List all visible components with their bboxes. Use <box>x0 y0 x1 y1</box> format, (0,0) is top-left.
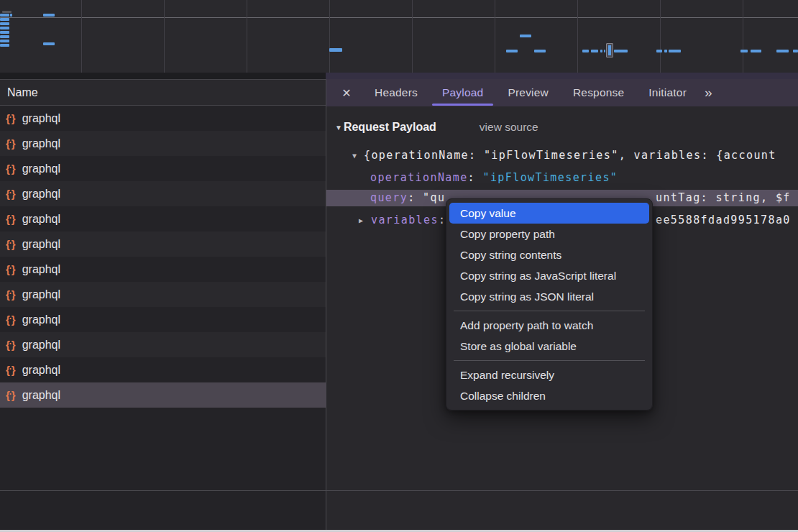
tab-label: Response <box>573 86 624 99</box>
table-row-graphql[interactable]: {·}graphql <box>0 382 326 408</box>
view-source-link[interactable]: view source <box>480 121 538 134</box>
payload-row-operationName[interactable]: operationName: "ipFlowTimeseries" <box>326 170 798 186</box>
requests-list: {·}graphql{·}graphql{·}graphql{·}graphql… <box>0 106 326 408</box>
menu-item-copy-property-path[interactable]: Copy property path <box>449 224 649 244</box>
json-braces-icon: {·} <box>6 238 15 250</box>
menu-item-copy-string-as-javascript-literal[interactable]: Copy string as JavaScript literal <box>449 265 649 286</box>
overview-request-bar <box>582 50 589 52</box>
table-row-graphql[interactable]: {·}graphql <box>0 282 326 307</box>
context-menu: Copy valueCopy property pathCopy string … <box>446 198 653 411</box>
name-column-header[interactable]: Name <box>0 79 326 106</box>
payload-root-row[interactable]: ▼{operationName: "ipFlowTimeseries", var… <box>326 147 798 164</box>
more-tabs-icon[interactable]: » <box>705 79 711 106</box>
menu-item-copy-value[interactable]: Copy value <box>449 203 649 224</box>
expanded-triangle-icon[interactable]: ▼ <box>352 147 364 164</box>
menu-item-add-property-path-to-watch[interactable]: Add property path to watch <box>449 315 649 336</box>
devtools-network-panel: Name {·}graphql{·}graphql{·}graphql{·}gr… <box>0 0 798 532</box>
table-row-graphql[interactable]: {·}graphql <box>0 156 326 181</box>
overview-gray-bar <box>2 11 12 13</box>
json-braces-icon: {·} <box>6 263 15 275</box>
property-value-right-fragment: untTag: string, $f <box>656 190 791 206</box>
property-value: "ipFlowTimeseries" <box>482 171 618 184</box>
request-name-label: graphql <box>22 188 60 201</box>
network-overview-timeline[interactable] <box>0 0 798 73</box>
json-braces-icon: {·} <box>6 137 15 150</box>
json-braces-icon: {·} <box>6 288 15 301</box>
property-key: operationName <box>370 171 468 184</box>
json-braces-icon: {·} <box>6 112 15 124</box>
property-value-right-fragment: ee5588fdad995178a0 <box>656 212 791 229</box>
table-row-graphql[interactable]: {·}graphql <box>0 357 326 382</box>
overview-request-bar <box>0 44 9 47</box>
table-row-graphql[interactable]: {·}graphql <box>0 206 326 231</box>
overview-request-bar <box>656 50 662 52</box>
table-row-graphql[interactable]: {·}graphql <box>0 231 326 257</box>
tab-headers[interactable]: Headers <box>362 79 430 106</box>
json-braces-icon: {·} <box>6 339 15 351</box>
tab-response[interactable]: Response <box>561 79 636 106</box>
close-icon[interactable]: ✕ <box>338 79 355 106</box>
request-name-label: graphql <box>22 162 60 175</box>
name-column-label: Name <box>7 86 38 98</box>
payload-root-preview: {operationName: "ipFlowTimeseries", vari… <box>364 149 776 162</box>
overview-request-bar <box>10 14 12 17</box>
overview-edge-left <box>0 73 326 79</box>
overview-gridline <box>412 0 413 73</box>
collapse-triangle-icon[interactable]: ▼ <box>335 124 342 132</box>
overview-gridline <box>660 0 661 73</box>
menu-item-copy-string-contents[interactable]: Copy string contents <box>449 244 649 265</box>
tab-label: Payload <box>442 86 483 99</box>
overview-gridline <box>81 0 82 73</box>
menu-separator <box>454 311 645 311</box>
details-tab-bar: ✕ HeadersPayloadPreviewResponseInitiator… <box>326 79 798 106</box>
tab-payload[interactable]: Payload <box>430 79 495 106</box>
overview-request-bar <box>740 50 748 52</box>
tab-preview[interactable]: Preview <box>495 79 561 106</box>
table-row-graphql[interactable]: {·}graphql <box>0 307 326 332</box>
menu-item-store-as-global-variable[interactable]: Store as global variable <box>449 336 649 357</box>
request-name-label: graphql <box>22 364 60 377</box>
requests-table: Name {·}graphql{·}graphql{·}graphql{·}gr… <box>0 79 326 530</box>
overview-request-bar <box>0 14 9 17</box>
request-name-label: graphql <box>22 389 60 402</box>
request-name-label: graphql <box>22 263 60 276</box>
json-braces-icon: {·} <box>6 162 15 175</box>
overview-request-bar <box>0 40 9 42</box>
overview-selected-request-marker <box>606 43 613 58</box>
table-row-graphql[interactable]: {·}graphql <box>0 332 326 357</box>
menu-separator <box>454 360 645 361</box>
overview-request-bar <box>664 50 667 52</box>
table-row-graphql[interactable]: {·}graphql <box>0 106 326 131</box>
overview-gridline <box>577 0 578 73</box>
menu-item-copy-string-as-json-literal[interactable]: Copy string as JSON literal <box>449 286 649 307</box>
tab-initiator[interactable]: Initiator <box>636 79 699 106</box>
menu-item-collapse-children[interactable]: Collapse children <box>449 385 649 406</box>
overview-request-bar <box>600 50 602 52</box>
overview-gridline <box>329 0 330 73</box>
table-row-graphql[interactable]: {·}graphql <box>0 257 326 282</box>
overview-edge-right <box>326 73 798 79</box>
overview-gridline <box>247 0 247 73</box>
summary-bar-divider <box>0 490 798 491</box>
table-row-graphql[interactable]: {·}graphql <box>0 181 326 206</box>
overview-request-bar <box>0 31 9 34</box>
request-payload-section-header[interactable]: ▼ Request Payload view source <box>335 121 538 134</box>
json-braces-icon: {·} <box>6 389 15 401</box>
overview-request-bar <box>591 50 598 52</box>
overview-request-bar <box>669 50 681 52</box>
tab-label: Initiator <box>648 86 687 99</box>
overview-selected-request-bar <box>608 45 611 55</box>
collapsed-triangle-icon[interactable]: ▶ <box>359 212 371 229</box>
overview-request-bar <box>506 50 518 52</box>
selected-tab-underline <box>432 104 493 106</box>
tab-label: Preview <box>508 86 549 99</box>
json-braces-icon: {·} <box>6 188 15 200</box>
table-row-graphql[interactable]: {·}graphql <box>0 131 326 156</box>
json-braces-icon: {·} <box>6 213 15 225</box>
request-name-label: graphql <box>22 112 60 125</box>
tab-label: Headers <box>375 86 418 99</box>
overview-gridline <box>164 0 165 73</box>
menu-item-expand-recursively[interactable]: Expand recursively <box>449 364 649 385</box>
request-name-label: graphql <box>22 313 60 326</box>
key-separator: : <box>439 214 446 226</box>
